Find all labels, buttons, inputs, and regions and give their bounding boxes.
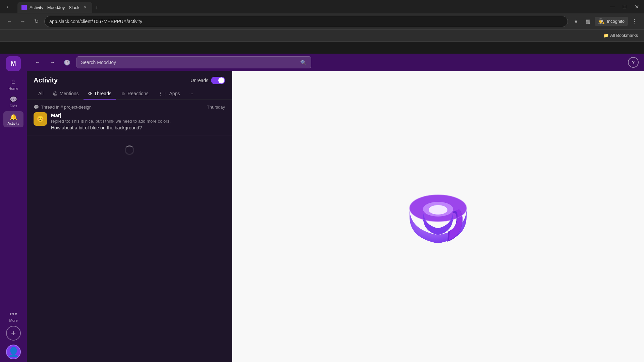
unreads-toggle[interactable]: Unreads bbox=[191, 77, 225, 84]
all-bookmarks-btn[interactable]: 📁 All Bookmarks bbox=[601, 32, 640, 39]
address-text: app.slack.com/client/T067MEBPPUY/activit… bbox=[49, 19, 142, 24]
header-forward-btn[interactable]: → bbox=[47, 57, 58, 68]
tab-all[interactable]: All bbox=[34, 88, 48, 100]
thread-body: Marj replied to: This is nice, but I thi… bbox=[51, 112, 225, 130]
close-btn[interactable]: ✕ bbox=[632, 2, 641, 11]
activity-tabs: All @ Mentions ⟳ Threads ☺ Reactions ⋮⋮ … bbox=[34, 88, 225, 100]
apps-icon: ⋮⋮ bbox=[158, 91, 167, 96]
refresh-btn[interactable]: ↻ bbox=[31, 16, 42, 27]
bookmarks-label: All Bookmarks bbox=[610, 33, 638, 38]
header-history-btn[interactable]: 🕐 bbox=[62, 57, 72, 68]
toggle-knob bbox=[218, 77, 224, 83]
svg-point-2 bbox=[429, 205, 447, 215]
bookmark-btn[interactable]: ★ bbox=[571, 16, 581, 27]
toggle-switch[interactable] bbox=[211, 77, 225, 84]
right-panel bbox=[232, 71, 644, 362]
tab-reactions-label: Reactions bbox=[127, 91, 148, 96]
tab-mentions[interactable]: @ Mentions bbox=[48, 88, 84, 100]
incognito-label: Incognito bbox=[607, 19, 625, 24]
tab-more[interactable]: ··· bbox=[184, 88, 198, 100]
active-tab[interactable]: Activity - MoodJoy - Slack × bbox=[17, 2, 92, 13]
search-bar[interactable]: Search MoodJoy 🔍 bbox=[76, 56, 311, 68]
mentions-icon: @ bbox=[53, 91, 58, 96]
thread-meta: 💬 Thread in # project-design Thursday bbox=[34, 105, 225, 110]
prev-tab-btn[interactable]: ‹ bbox=[3, 2, 12, 11]
thread-location: 💬 Thread in # project-design bbox=[34, 105, 92, 110]
threads-icon: ⟳ bbox=[88, 91, 92, 96]
spinner bbox=[125, 145, 134, 155]
tab-apps[interactable]: ⋮⋮ Apps bbox=[153, 88, 185, 100]
activity-icon: 🔔 bbox=[10, 113, 17, 121]
tab-mentions-label: Mentions bbox=[60, 91, 79, 96]
add-workspace-btn[interactable]: + bbox=[6, 326, 21, 341]
unreads-label: Unreads bbox=[191, 78, 208, 83]
tab-reactions[interactable]: ☺ Reactions bbox=[116, 88, 153, 100]
extensions-btn[interactable]: ⋮ bbox=[629, 16, 640, 27]
thread-username: Marj bbox=[51, 112, 225, 118]
reactions-icon: ☺ bbox=[121, 91, 125, 96]
search-icon: 🔍 bbox=[300, 59, 307, 66]
sidebar-item-dms[interactable]: 💬 DMs bbox=[3, 94, 23, 110]
thread-reply-text: replied to: This is nice, but I think we… bbox=[51, 119, 225, 124]
bookmark-folder-icon: 📁 bbox=[603, 33, 609, 38]
sidebar-activity-label: Activity bbox=[8, 121, 19, 125]
user-avatar[interactable]: 👤 bbox=[6, 345, 21, 359]
activity-header: Activity Unreads All @ Mentions ⟳ bbox=[27, 71, 232, 100]
add-icon: + bbox=[11, 328, 16, 338]
sidebar-home-label: Home bbox=[8, 86, 18, 90]
window-controls[interactable]: — □ ✕ bbox=[608, 2, 641, 11]
maximize-btn[interactable]: □ bbox=[620, 2, 629, 11]
thread-icon: 💬 bbox=[34, 105, 39, 110]
slack-logo-illustration bbox=[401, 180, 475, 253]
search-placeholder: Search MoodJoy bbox=[81, 60, 116, 65]
header-back-btn[interactable]: ← bbox=[32, 57, 43, 68]
tab-favicon bbox=[21, 5, 27, 10]
incognito-badge: 🕵 Incognito bbox=[595, 17, 628, 26]
help-btn[interactable]: ? bbox=[628, 57, 639, 68]
avatar-icon: 👤 bbox=[8, 347, 19, 358]
split-view-btn[interactable]: ▩ bbox=[583, 16, 593, 27]
tab-title: Activity - MoodJoy - Slack bbox=[30, 5, 79, 10]
dms-icon: 💬 bbox=[10, 96, 17, 103]
forward-btn[interactable]: → bbox=[17, 16, 28, 27]
back-btn[interactable]: ← bbox=[4, 16, 15, 27]
tab-close-btn[interactable]: × bbox=[82, 4, 88, 10]
loading-indicator bbox=[27, 135, 232, 165]
browser-window-controls[interactable]: ‹ bbox=[3, 2, 12, 11]
home-icon: ⌂ bbox=[11, 77, 15, 86]
more-icon: ••• bbox=[9, 310, 17, 318]
address-bar[interactable]: app.slack.com/client/T067MEBPPUY/activit… bbox=[44, 16, 568, 27]
thread-user-avatar: 😊 bbox=[34, 112, 47, 126]
thread-message: How about a bit of blue on the backgroun… bbox=[51, 125, 225, 130]
sidebar-item-more[interactable]: ••• More bbox=[3, 308, 23, 324]
tab-threads[interactable]: ⟳ Threads bbox=[84, 88, 116, 100]
workspace-avatar[interactable]: M bbox=[6, 56, 21, 71]
minimize-btn[interactable]: — bbox=[608, 2, 617, 11]
thread-date: Thursday bbox=[207, 105, 225, 110]
browser-actions: ★ ▩ 🕵 Incognito ⋮ bbox=[571, 16, 640, 27]
sidebar-item-home[interactable]: ⌂ Home bbox=[3, 75, 23, 93]
activity-title: Activity bbox=[34, 76, 58, 84]
sidebar-more-label: More bbox=[9, 318, 17, 322]
tab-all-label: All bbox=[38, 91, 44, 96]
thread-location-text: Thread in # project-design bbox=[41, 105, 92, 110]
slack-header: ← → 🕐 Search MoodJoy 🔍 ? bbox=[27, 54, 644, 71]
sidebar: M ⌂ Home 💬 DMs 🔔 Activity ••• More + 👤 bbox=[0, 54, 27, 362]
thread-item[interactable]: 💬 Thread in # project-design Thursday 😊 … bbox=[27, 100, 232, 135]
incognito-icon: 🕵 bbox=[598, 18, 605, 24]
avatar-emoji: 😊 bbox=[37, 115, 44, 123]
sidebar-item-activity[interactable]: 🔔 Activity bbox=[3, 111, 23, 127]
tab-threads-label: Threads bbox=[94, 91, 111, 96]
activity-panel: Activity Unreads All @ Mentions ⟳ bbox=[27, 71, 232, 362]
main-content: Activity Unreads All @ Mentions ⟳ bbox=[27, 71, 644, 362]
tab-more-label: ··· bbox=[189, 91, 193, 96]
thread-content: 😊 Marj replied to: This is nice, but I t… bbox=[34, 112, 225, 130]
tab-apps-label: Apps bbox=[169, 91, 180, 96]
new-tab-btn[interactable]: + bbox=[92, 3, 102, 13]
sidebar-dms-label: DMs bbox=[10, 104, 17, 108]
